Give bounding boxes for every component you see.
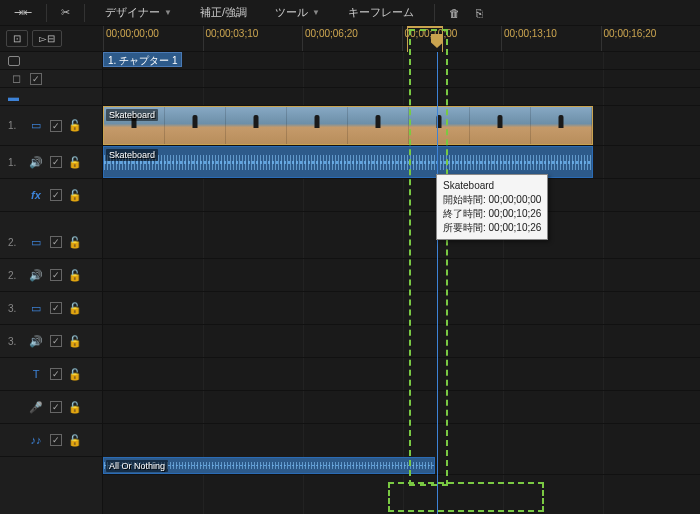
track-number: 2. — [8, 270, 22, 281]
sub-toolbar: ⊡ ▻⊟ 00;00;00;00 00;00;03;10 00;00;06;20… — [0, 26, 700, 52]
enable-checkbox[interactable]: ✓ — [50, 120, 62, 132]
mic-track-icon: 🎤 — [28, 399, 44, 415]
fx-track-icon: fx — [28, 187, 44, 203]
track-number: 1. — [8, 157, 22, 168]
tooltip-start-label: 開始時間: — [443, 194, 486, 205]
divider — [84, 4, 85, 22]
fx-track-header[interactable]: fx ✓ 🔓 — [0, 179, 102, 212]
lock-icon[interactable]: 🔓 — [68, 302, 82, 315]
chapter-marker[interactable]: 1. チャプター 1 — [103, 52, 182, 67]
timeline-content[interactable]: 1. チャプター 1 Skateboard Skateboard All — [103, 52, 700, 514]
chevron-down-icon: ▼ — [312, 8, 320, 17]
ruler-tick: 00;00;16;20 — [601, 26, 701, 51]
tools-menu[interactable]: ツール▼ — [261, 1, 334, 24]
lock-icon[interactable]: 🔓 — [68, 434, 82, 447]
designer-menu[interactable]: デザイナー▼ — [91, 1, 186, 24]
music-clip-all-or-nothing[interactable]: All Or Nothing — [103, 457, 435, 474]
enable-checkbox[interactable]: ✓ — [30, 73, 42, 85]
tooltip-dur-label: 所要時間: — [443, 222, 486, 233]
lock-icon[interactable]: 🔓 — [68, 119, 82, 132]
tooltip-end-value: 00;00;10;26 — [489, 208, 542, 219]
audio-track-icon: 🔊 — [28, 333, 44, 349]
zoom-next-button[interactable]: ▻⊟ — [32, 30, 62, 47]
enable-checkbox[interactable]: ✓ — [50, 236, 62, 248]
lock-icon[interactable]: 🔓 — [68, 269, 82, 282]
video-track-3-header[interactable]: 3. ▭ ✓ 🔓 — [0, 292, 102, 325]
video-track-2-header[interactable]: 2. ▭ ✓ 🔓 — [0, 226, 102, 259]
timeline-ruler[interactable]: 00;00;00;00 00;00;03;10 00;00;06;20 00;0… — [103, 26, 700, 51]
clip-label: All Or Nothing — [106, 460, 168, 472]
lock-icon[interactable]: 🔓 — [68, 236, 82, 249]
text-track-icon: T — [28, 366, 44, 382]
tooltip-start-value: 00;00;00;00 — [489, 194, 542, 205]
divider — [46, 4, 47, 22]
enable-checkbox[interactable]: ✓ — [50, 401, 62, 413]
text-track-header[interactable]: T ✓ 🔓 — [0, 358, 102, 391]
lock-icon[interactable]: 🔓 — [68, 401, 82, 414]
enable-checkbox[interactable]: ✓ — [50, 189, 62, 201]
divider — [434, 4, 435, 22]
zoom-fit-button[interactable]: ⊡ — [6, 30, 28, 47]
audio-track-3-header[interactable]: 3. 🔊 ✓ 🔓 — [0, 325, 102, 358]
track-headers: ◻ ✓ ▬ 1. ▭ ✓ 🔓 1. 🔊 ✓ 🔓 fx ✓ 🔓 2. ▭ ✓ — [0, 52, 103, 514]
more-button[interactable]: ⎘ — [468, 3, 491, 23]
chevron-down-icon: ▼ — [164, 8, 172, 17]
lock-icon[interactable]: 🔓 — [68, 368, 82, 381]
audio-track-icon: 🔊 — [28, 154, 44, 170]
track-number: 2. — [8, 237, 22, 248]
video-clip-skateboard[interactable]: Skateboard — [103, 106, 593, 145]
chapter-track-header[interactable] — [0, 52, 102, 70]
video-track-icon: ▭ — [28, 300, 44, 316]
clip-label: Skateboard — [106, 109, 158, 121]
enable-checkbox[interactable]: ✓ — [50, 156, 62, 168]
audio-track-icon: 🔊 — [28, 267, 44, 283]
marker-track-header[interactable]: ◻ ✓ — [0, 70, 102, 88]
subtitle-track-header[interactable]: ▬ — [0, 88, 102, 106]
clip-label: Skateboard — [106, 149, 158, 161]
lock-icon[interactable]: 🔓 — [68, 335, 82, 348]
tooltip-dur-value: 00;00;10;26 — [489, 222, 542, 233]
track-number: 3. — [8, 303, 22, 314]
tooltip-title: Skateboard — [443, 179, 541, 193]
video-track-1-header[interactable]: 1. ▭ ✓ 🔓 — [0, 106, 102, 146]
delete-button[interactable]: 🗑 — [441, 3, 468, 23]
music-track-header[interactable]: ♪♪ ✓ 🔓 — [0, 424, 102, 457]
ruler-tick: 00;00;06;20 — [302, 26, 402, 51]
trim-tool-button[interactable]: ⇥⇤ — [6, 2, 40, 23]
square-icon: ◻ — [8, 71, 24, 87]
audio-track-2-header[interactable]: 2. 🔊 ✓ 🔓 — [0, 259, 102, 292]
lock-icon[interactable]: 🔓 — [68, 156, 82, 169]
track-number: 3. — [8, 336, 22, 347]
tooltip-end-label: 終了時間: — [443, 208, 486, 219]
enable-checkbox[interactable]: ✓ — [50, 302, 62, 314]
audio-track-1-header[interactable]: 1. 🔊 ✓ 🔓 — [0, 146, 102, 179]
enable-checkbox[interactable]: ✓ — [50, 434, 62, 446]
lock-icon[interactable]: 🔓 — [68, 189, 82, 202]
ruler-tick: 00;00;03;10 — [203, 26, 303, 51]
keyframe-menu[interactable]: キーフレーム — [334, 1, 428, 24]
music-track-icon: ♪♪ — [28, 432, 44, 448]
clip-tooltip: Skateboard 開始時間: 00;00;00;00 終了時間: 00;00… — [436, 174, 548, 240]
video-track-icon: ▭ — [28, 234, 44, 250]
correction-menu[interactable]: 補正/強調 — [186, 1, 261, 24]
video-track-icon: ▭ — [28, 118, 44, 134]
track-number: 1. — [8, 120, 22, 131]
mic-track-header[interactable]: 🎤 ✓ 🔓 — [0, 391, 102, 424]
playhead-line[interactable] — [437, 52, 438, 514]
cut-tool-button[interactable]: ✂ — [53, 2, 78, 23]
ruler-tick: 00;00;13;10 — [501, 26, 601, 51]
enable-checkbox[interactable]: ✓ — [50, 368, 62, 380]
subtitle-icon: ▬ — [8, 91, 19, 103]
enable-checkbox[interactable]: ✓ — [50, 335, 62, 347]
comment-icon — [8, 56, 20, 66]
enable-checkbox[interactable]: ✓ — [50, 269, 62, 281]
top-toolbar: ⇥⇤ ✂ デザイナー▼ 補正/強調 ツール▼ キーフレーム 🗑 ⎘ — [0, 0, 700, 26]
ruler-tick: 00;00;00;00 — [103, 26, 203, 51]
